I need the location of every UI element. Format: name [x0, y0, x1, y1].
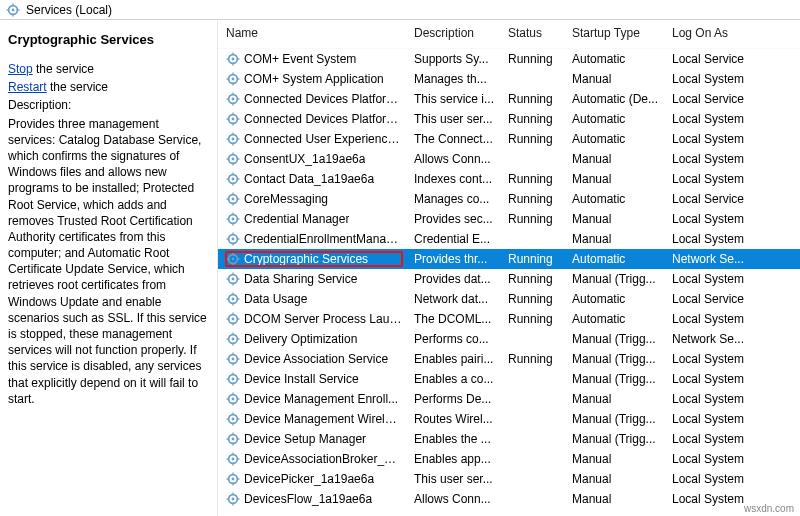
service-description: Enables app...	[406, 449, 500, 469]
service-icon	[226, 172, 240, 186]
svg-point-13	[232, 77, 235, 80]
svg-point-55	[232, 217, 235, 220]
stop-service-link[interactable]: Stop	[8, 62, 33, 76]
svg-point-31	[232, 137, 235, 140]
service-name: DevicePicker_1a19ae6a	[244, 472, 374, 486]
svg-point-25	[232, 117, 235, 120]
service-icon	[226, 292, 240, 306]
service-description: Provides dat...	[406, 269, 500, 289]
service-startup: Manual	[564, 449, 664, 469]
service-startup: Manual	[564, 389, 664, 409]
table-row[interactable]: ConsentUX_1a19ae6aAllows Conn...ManualLo…	[218, 149, 800, 169]
table-row[interactable]: Connected Devices Platform ...This servi…	[218, 89, 800, 109]
service-name: Contact Data_1a19ae6a	[244, 172, 374, 186]
service-startup: Manual (Trigg...	[564, 349, 664, 369]
service-status	[500, 369, 564, 389]
table-row[interactable]: CoreMessagingManages co...RunningAutomat…	[218, 189, 800, 209]
svg-point-85	[232, 317, 235, 320]
service-startup: Manual	[564, 169, 664, 189]
service-logon: Local Service	[664, 89, 800, 109]
svg-point-73	[232, 277, 235, 280]
table-row[interactable]: Data UsageNetwork dat...RunningAutomatic…	[218, 289, 800, 309]
services-icon	[6, 3, 20, 17]
service-name: Device Management Wireles...	[244, 412, 402, 426]
service-logon: Local System	[664, 389, 800, 409]
service-description: Supports Sy...	[406, 49, 500, 69]
col-header-status[interactable]: Status	[500, 20, 564, 49]
watermark: wsxdn.com	[742, 503, 796, 514]
table-row[interactable]: Delivery OptimizationPerforms co...Manua…	[218, 329, 800, 349]
table-header-row[interactable]: Name Description Status Startup Type Log…	[218, 20, 800, 49]
service-name: DeviceAssociationBroker_1a...	[244, 452, 402, 466]
svg-point-97	[232, 357, 235, 360]
service-startup: Automatic	[564, 249, 664, 269]
service-startup: Manual (Trigg...	[564, 269, 664, 289]
table-row[interactable]: COM+ System ApplicationManages th...Manu…	[218, 69, 800, 89]
table-row[interactable]: Data Sharing ServiceProvides dat...Runni…	[218, 269, 800, 289]
table-row[interactable]: Device Install ServiceEnables a co...Man…	[218, 369, 800, 389]
col-header-startup[interactable]: Startup Type	[564, 20, 664, 49]
table-row[interactable]: Device Management Enroll...Performs De..…	[218, 389, 800, 409]
table-row[interactable]: Device Management Wireles...Routes Wirel…	[218, 409, 800, 429]
service-icon	[226, 152, 240, 166]
svg-point-109	[232, 397, 235, 400]
service-logon: Local Service	[664, 49, 800, 69]
table-row[interactable]: Device Association ServiceEnables pairi.…	[218, 349, 800, 369]
service-startup: Manual	[564, 209, 664, 229]
service-status: Running	[500, 189, 564, 209]
service-icon	[226, 92, 240, 106]
col-header-logon[interactable]: Log On As	[664, 20, 800, 49]
service-startup: Automatic	[564, 49, 664, 69]
table-row[interactable]: Connected User Experiences ...The Connec…	[218, 129, 800, 149]
service-description: Performs co...	[406, 329, 500, 349]
service-status	[500, 469, 564, 489]
service-description: Routes Wirel...	[406, 409, 500, 429]
table-row[interactable]: DevicePicker_1a19ae6aThis user ser...Man…	[218, 469, 800, 489]
table-row[interactable]: DCOM Server Process Launc...The DCOML...…	[218, 309, 800, 329]
table-row[interactable]: DevicesFlow_1a19ae6aAllows Conn...Manual…	[218, 489, 800, 509]
services-table[interactable]: Name Description Status Startup Type Log…	[218, 20, 800, 509]
svg-point-19	[232, 97, 235, 100]
service-startup: Automatic	[564, 189, 664, 209]
table-row[interactable]: Device Setup ManagerEnables the ...Manua…	[218, 429, 800, 449]
service-description: Allows Conn...	[406, 489, 500, 509]
restart-service-link[interactable]: Restart	[8, 80, 47, 94]
service-startup: Automatic	[564, 309, 664, 329]
table-row[interactable]: CredentialEnrollmentManag...Credential E…	[218, 229, 800, 249]
service-name: COM+ System Application	[244, 72, 384, 86]
service-description: Manages th...	[406, 69, 500, 89]
service-logon: Local System	[664, 69, 800, 89]
service-description: Indexes cont...	[406, 169, 500, 189]
table-row[interactable]: DeviceAssociationBroker_1a...Enables app…	[218, 449, 800, 469]
service-startup: Manual (Trigg...	[564, 409, 664, 429]
service-icon	[226, 192, 240, 206]
table-row[interactable]: Connected Devices Platform ...This user …	[218, 109, 800, 129]
svg-point-127	[232, 457, 235, 460]
service-logon: Local System	[664, 309, 800, 329]
col-header-description[interactable]: Description	[406, 20, 500, 49]
service-status: Running	[500, 289, 564, 309]
col-header-name[interactable]: Name	[218, 20, 406, 49]
table-row[interactable]: COM+ Event SystemSupports Sy...RunningAu…	[218, 49, 800, 69]
service-description: Network dat...	[406, 289, 500, 309]
table-row[interactable]: Contact Data_1a19ae6aIndexes cont...Runn…	[218, 169, 800, 189]
service-description: This service i...	[406, 89, 500, 109]
service-description: Provides sec...	[406, 209, 500, 229]
service-status	[500, 69, 564, 89]
restart-suffix: the service	[47, 80, 108, 94]
service-icon	[226, 372, 240, 386]
stop-suffix: the service	[33, 62, 94, 76]
service-icon	[226, 452, 240, 466]
table-row[interactable]: Credential ManagerProvides sec...Running…	[218, 209, 800, 229]
service-icon	[226, 492, 240, 506]
svg-point-115	[232, 417, 235, 420]
service-name: Delivery Optimization	[244, 332, 357, 346]
service-icon	[226, 232, 240, 246]
service-icon	[226, 252, 240, 266]
service-status	[500, 489, 564, 509]
service-logon: Local System	[664, 109, 800, 129]
table-row[interactable]: Cryptographic ServicesProvides thr...Run…	[218, 249, 800, 269]
service-startup: Manual	[564, 489, 664, 509]
svg-point-37	[232, 157, 235, 160]
service-logon: Local System	[664, 169, 800, 189]
